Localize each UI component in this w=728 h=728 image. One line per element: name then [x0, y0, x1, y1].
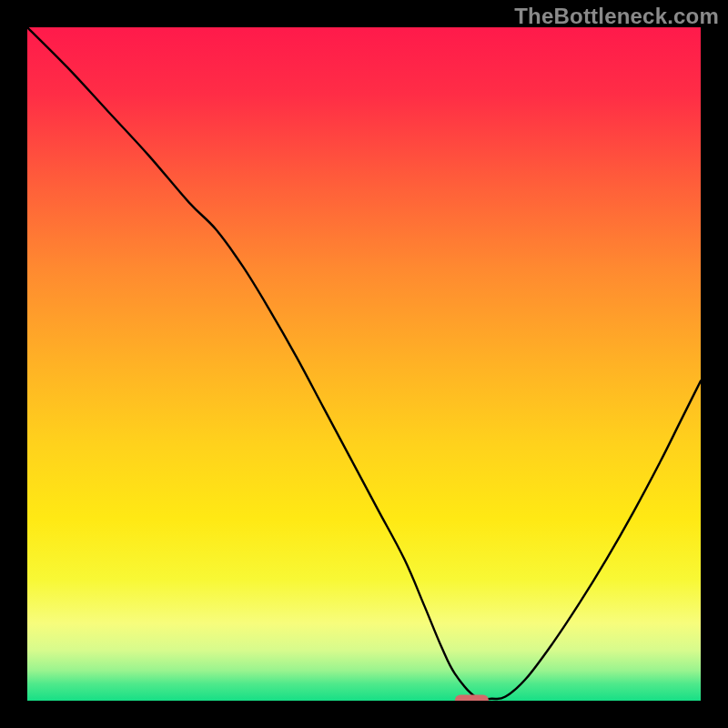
optimal-marker [455, 695, 489, 702]
watermark-text: TheBottleneck.com [514, 4, 719, 29]
bottleneck-chart [27, 27, 701, 701]
chart-frame: TheBottleneck.com [0, 0, 728, 728]
gradient-background [27, 27, 701, 701]
